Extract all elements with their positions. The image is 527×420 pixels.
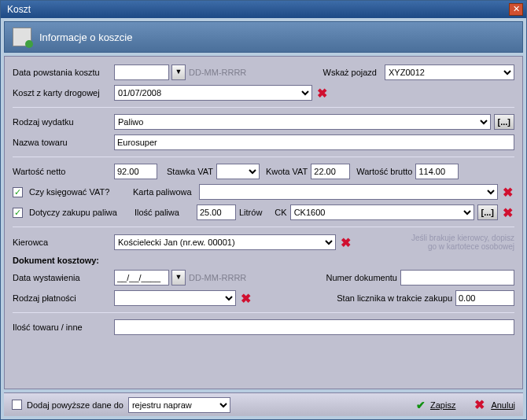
label-stan-licznika: Stan licznika w trakcie zakupu: [337, 293, 452, 303]
input-ilosc-inne[interactable]: [114, 319, 514, 335]
label-wskaz-pojazd: Wskaż pojazd: [323, 68, 377, 77]
check-icon: ✔: [416, 399, 426, 411]
label-koszt-karty: Koszt z karty drogowej: [13, 88, 111, 98]
date-hint: DD-MM-RRRR: [189, 68, 246, 77]
window-title: Koszt: [7, 4, 509, 15]
input-nazwa-towaru[interactable]: [114, 134, 514, 150]
label-ilosc-inne: Ilość towaru / inne: [13, 322, 111, 332]
select-koszt-karty[interactable]: 01/07/2008: [114, 85, 312, 101]
label-dodaj: Dodaj powyższe dane do: [27, 400, 123, 410]
date-picker-toggle[interactable]: ▼: [171, 64, 186, 80]
input-data-powstania[interactable]: [114, 64, 169, 80]
label-karta-paliwowa: Karta paliwowa: [133, 187, 196, 197]
separator: [13, 157, 514, 157]
select-rodzaj-plat[interactable]: [114, 290, 236, 306]
input-stan-licznika[interactable]: [455, 290, 514, 306]
checkbox-dodaj[interactable]: [12, 400, 22, 410]
separator: [13, 107, 514, 108]
label-wartosc-netto: Wartość netto: [13, 167, 111, 176]
label-data-powstania: Data powstania kosztu: [13, 68, 111, 77]
select-kierowca[interactable]: Kościelecki Jan (nr.ew. 00001): [114, 234, 336, 250]
input-wartosc-brutto[interactable]: [415, 164, 459, 179]
separator: [13, 312, 514, 313]
select-dodaj-do[interactable]: rejestru napraw: [128, 397, 230, 413]
label-dotyczy-paliwa: Dotyczy zakupu paliwa: [29, 208, 131, 217]
cost-icon: [13, 28, 31, 46]
save-button[interactable]: Zapisz: [430, 400, 455, 410]
label-rodzaj-wydatku: Rodzaj wydatku: [13, 117, 111, 127]
input-kwota-vat[interactable]: [311, 164, 350, 179]
label-stawka-vat: Stawka VAT: [167, 167, 213, 176]
label-data-wystawienia: Data wystawienia: [13, 273, 111, 282]
label-rodzaj-plat: Rodzaj płatności: [13, 293, 111, 303]
date-hint-2: DD-MM-RRRR: [189, 273, 246, 282]
separator: [13, 227, 514, 227]
clear-rodzaj-plat[interactable]: ✖: [239, 291, 252, 306]
input-numer-dok[interactable]: [400, 270, 514, 286]
label-ilosc-paliwa: Ilość paliwa: [135, 208, 193, 217]
label-kwota-vat: Kwota VAT: [266, 167, 308, 176]
select-karta-paliwowa[interactable]: [199, 184, 498, 200]
kierowca-hint1: Jeśli brakuje kierowcy, dopisz: [356, 234, 514, 242]
clear-ck[interactable]: ✖: [501, 205, 514, 220]
header-title: Informacje o koszcie: [39, 31, 133, 43]
clear-kierowca[interactable]: ✖: [339, 235, 352, 250]
checkbox-dotyczy-paliwa[interactable]: ✓: [13, 208, 23, 218]
input-data-wystawienia[interactable]: [114, 270, 169, 286]
label-nazwa-towaru: Nazwa towaru: [13, 138, 111, 147]
date-picker-toggle-2[interactable]: ▼: [171, 270, 186, 286]
cancel-button[interactable]: Anuluj: [491, 400, 515, 410]
cancel-icon: ✖: [473, 397, 486, 412]
label-wartosc-brutto: Wartość brutto: [356, 167, 412, 176]
label-kierowca: Kierowca: [13, 238, 111, 247]
browse-ck[interactable]: [...]: [477, 204, 499, 220]
select-pojazd[interactable]: XYZ0012: [385, 64, 514, 80]
select-stawka-vat[interactable]: [216, 164, 260, 179]
header-bar: Informacje o koszcie: [4, 21, 523, 53]
clear-karta-paliwowa[interactable]: ✖: [501, 185, 514, 200]
label-ck: CK: [275, 208, 286, 217]
dokument-header: Dokument kosztowy:: [13, 256, 99, 265]
titlebar: Koszt ✕: [1, 1, 526, 18]
input-ilosc-paliwa[interactable]: [197, 204, 236, 220]
form-content: Data powstania kosztu ▼ DD-MM-RRRR Wskaż…: [4, 56, 523, 389]
clear-koszt-karty[interactable]: ✖: [315, 86, 329, 101]
window: Koszt ✕ Informacje o koszcie Data powsta…: [0, 0, 527, 420]
close-button[interactable]: ✕: [509, 3, 523, 16]
footer: Dodaj powyższe dane do rejestru napraw ✔…: [4, 392, 523, 416]
label-ksiegowac: Czy księgować VAT?: [29, 187, 114, 197]
browse-rodzaj[interactable]: [...]: [494, 114, 515, 130]
label-numer-dok: Numer dokumentu: [326, 273, 398, 282]
input-wartosc-netto[interactable]: [114, 164, 157, 179]
label-litrow: Litrów: [239, 208, 262, 217]
select-rodzaj-wydatku[interactable]: Paliwo: [114, 114, 491, 130]
kierowca-hint2: go w kartotece osobowej: [356, 242, 514, 251]
select-ck[interactable]: CK1600: [290, 204, 474, 220]
checkbox-ksiegowac-vat[interactable]: ✓: [13, 187, 23, 197]
